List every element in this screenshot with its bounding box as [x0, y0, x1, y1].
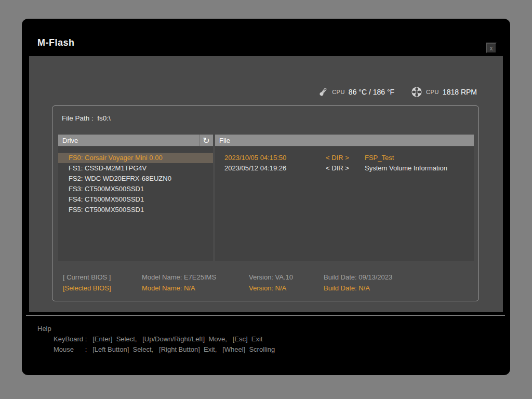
- bios-selected-label: [Selected BIOS]: [63, 283, 142, 294]
- drive-list: FS0: Corsair Voyager Mini 0.00 FS1: CSSD…: [58, 147, 213, 261]
- drive-item-fs1[interactable]: FS1: CSSD-M2M1TPG4V: [58, 163, 213, 174]
- cpu-temp-value: 86 °C / 186 °F: [349, 88, 394, 96]
- status-readouts: CPU 86 °C / 186 °F CPU 1818 RPM: [318, 86, 477, 98]
- desktop: { "window": { "title": "M-Flash", "close…: [0, 0, 532, 399]
- thermometer-icon: [318, 87, 328, 97]
- file-name: System Volume Information: [365, 163, 474, 174]
- fan-icon: [411, 86, 422, 98]
- close-button[interactable]: x: [486, 43, 497, 54]
- file-row[interactable]: 2023/10/05 04:15:50 < DIR > FSP_Test: [215, 153, 474, 163]
- drive-item-fs3[interactable]: FS3: CT500MX500SSD1: [58, 184, 213, 194]
- file-date: 2023/10/05 04:15:50: [224, 153, 310, 163]
- drive-item-fs0[interactable]: FS0: Corsair Voyager Mini 0.00: [58, 153, 213, 163]
- bios-current-build: Build Date: 09/13/2023: [324, 272, 474, 283]
- bios-selected-build: Build Date: N/A: [324, 283, 474, 294]
- file-dir-flag: < DIR >: [310, 153, 365, 163]
- drive-header-label: Drive: [58, 137, 199, 144]
- bios-current-label: [ Current BIOS ]: [63, 272, 142, 283]
- bios-selected-row: [Selected BIOS] Model Name: N/A Version:…: [57, 283, 474, 294]
- drive-item-fs4[interactable]: FS4: CT500MX500SSD1: [58, 194, 213, 205]
- bios-current-model: Model Name: E7E25IMS: [142, 272, 249, 283]
- file-name: FSP_Test: [365, 153, 474, 163]
- page-title: M-Flash: [37, 37, 75, 48]
- help-keyboard-line: KeyBoard : [Enter] Select, [Up/Down/Righ…: [54, 335, 262, 343]
- main-panel: CPU 86 °C / 186 °F CPU 1818 RPM: [29, 56, 503, 312]
- bios-current-version: Version: VA.10: [249, 272, 324, 283]
- cpu-fan-label: CPU: [426, 89, 439, 95]
- help-title: Help: [37, 325, 51, 332]
- bios-selected-model: Model Name: N/A: [142, 283, 249, 294]
- help-mouse-line: Mouse : [Left Button] Select, [Right But…: [54, 345, 275, 353]
- bios-info: [ Current BIOS ] Model Name: E7E25IMS Ve…: [57, 272, 474, 294]
- file-column-header: File: [215, 135, 474, 146]
- refresh-button[interactable]: ↻: [199, 135, 213, 146]
- browser-lists: FS0: Corsair Voyager Mini 0.00 FS1: CSSD…: [58, 147, 474, 261]
- mflash-window: M-Flash x CPU 86 °C / 186 °F: [22, 19, 510, 375]
- bios-selected-version: Version: N/A: [249, 283, 324, 294]
- help-divider: [26, 315, 505, 316]
- file-list: 2023/10/05 04:15:50 < DIR > FSP_Test 202…: [215, 147, 474, 261]
- drive-item-fs2[interactable]: FS2: WDC WD20EFRX-68EUZN0: [58, 174, 213, 184]
- file-path-label: File Path : fs0:\: [62, 114, 111, 122]
- column-headers: Drive ↻ File: [58, 135, 474, 146]
- drive-item-fs5[interactable]: FS5: CT500MX500SSD1: [58, 205, 213, 215]
- drive-column-header: Drive ↻: [58, 135, 213, 146]
- file-row[interactable]: 2023/05/12 04:19:26 < DIR > System Volum…: [215, 163, 474, 174]
- file-date: 2023/05/12 04:19:26: [224, 163, 310, 174]
- refresh-icon: ↻: [203, 136, 209, 145]
- cpu-fan-value: 1818 RPM: [443, 88, 477, 96]
- bios-current-row: [ Current BIOS ] Model Name: E7E25IMS Ve…: [57, 272, 474, 283]
- file-dir-flag: < DIR >: [310, 163, 365, 174]
- cpu-temp-label: CPU: [332, 89, 345, 95]
- file-browser-panel: File Path : fs0:\ Drive ↻ File FS0: Cors…: [52, 105, 479, 301]
